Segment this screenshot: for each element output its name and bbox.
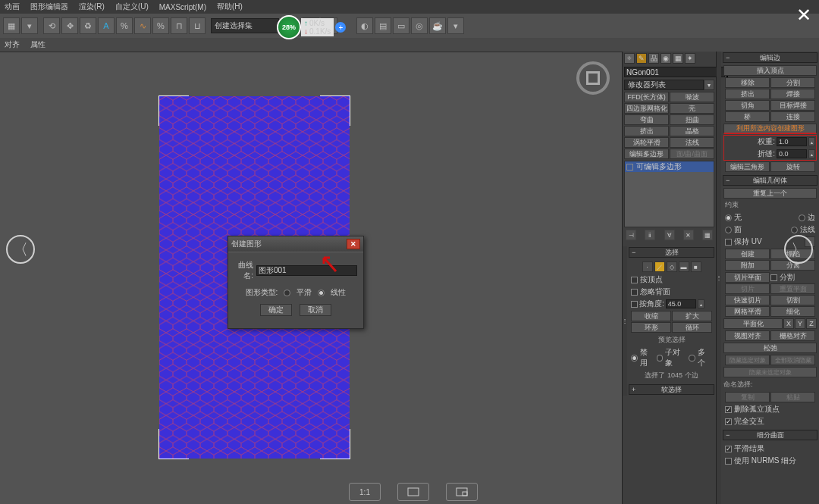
tb-angle-icon[interactable]: A — [98, 17, 115, 34]
mod-twist[interactable]: 扭曲 — [670, 114, 714, 125]
tb-renderframe-icon[interactable]: ◎ — [411, 17, 428, 34]
radio-preview-disable[interactable] — [631, 355, 638, 362]
btn-ring[interactable]: 环形 — [631, 322, 671, 333]
mod-lattice[interactable]: 晶格 — [670, 126, 714, 136]
btn-extrude[interactable]: 挤出 — [725, 89, 770, 99]
stack-show-icon[interactable]: ⅱ — [645, 230, 655, 240]
btn-create[interactable]: 创建 — [725, 249, 770, 259]
btn-create-shape-from-selection[interactable]: 利用所选内容创建图形 — [723, 124, 817, 134]
mod-noise[interactable]: 噪波 — [670, 92, 714, 102]
btn-planar-x[interactable]: X — [783, 318, 794, 329]
btn-tessellate[interactable]: 细化 — [770, 306, 815, 317]
tab-create-icon[interactable]: ✧ — [624, 53, 635, 64]
carousel-prev-button[interactable]: 〈 — [6, 235, 35, 264]
btn-remove[interactable]: 移除 — [725, 77, 770, 88]
tab-modify-icon[interactable]: ✎ — [636, 53, 647, 64]
mod-shell[interactable]: 壳 — [670, 103, 714, 114]
sub-properties[interactable]: 属性 — [30, 39, 46, 50]
tb-percent2-icon[interactable]: % — [152, 17, 169, 34]
btn-paste-named[interactable]: 粘贴 — [770, 392, 815, 402]
btn-quickslice[interactable]: 快速切片 — [725, 295, 770, 305]
rollout-selection[interactable]: 选择 — [629, 247, 714, 258]
radio-smooth[interactable] — [284, 290, 290, 296]
tb-rotate-icon[interactable]: ♻ — [80, 17, 96, 34]
btn-weld[interactable]: 焊接 — [770, 89, 815, 99]
tb-material-icon[interactable]: ◐ — [356, 17, 373, 34]
so-edge-icon[interactable]: ／ — [654, 261, 665, 272]
vp-btn2[interactable] — [397, 483, 429, 501]
mod-bend[interactable]: 弯曲 — [624, 114, 669, 125]
radio-linear[interactable] — [318, 290, 325, 296]
chk-use-nurms[interactable] — [725, 458, 732, 465]
tb-move-icon[interactable]: ✥ — [61, 17, 78, 34]
tb-curve-icon[interactable]: ∿ — [134, 17, 151, 34]
btn-hide-unselected[interactable]: 隐藏未选定对象 — [723, 367, 817, 377]
btn-shrink[interactable]: 收缩 — [631, 311, 671, 321]
carousel-next-button[interactable]: 〉 — [784, 235, 813, 264]
mod-ffd[interactable]: FFD(长方体) — [624, 92, 669, 102]
spinner-icon[interactable]: ▴ — [808, 137, 815, 146]
sub-align[interactable]: 对齐 — [5, 39, 20, 50]
btn-loop[interactable]: 循环 — [672, 322, 712, 333]
btn-connect[interactable]: 连接 — [770, 111, 815, 122]
tb-percent-icon[interactable]: % — [116, 17, 133, 34]
weight-input[interactable]: 1.0 — [777, 137, 807, 146]
menu-grapheditor[interactable]: 图形编辑器 — [30, 2, 68, 12]
menu-customize[interactable]: 自定义(U) — [115, 2, 149, 12]
btn-planar-y[interactable]: Y — [795, 318, 805, 329]
speed-add-icon[interactable]: + — [335, 22, 346, 33]
chk-smooth-result[interactable] — [725, 446, 732, 452]
btn-slice[interactable]: 切片 — [725, 283, 770, 294]
tab-display-icon[interactable]: ▦ — [673, 53, 683, 64]
rollout-edit-edges[interactable]: 编辑边 — [723, 52, 817, 63]
dlg-name-input[interactable] — [256, 265, 357, 276]
tb-link-icon[interactable]: ⟲ — [43, 17, 60, 34]
chk-delete-iso[interactable] — [725, 406, 732, 413]
menu-maxscript[interactable]: MAXScript(M) — [159, 3, 206, 11]
crease-input[interactable]: 0.0 — [777, 149, 807, 158]
btn-chamfer[interactable]: 切角 — [725, 100, 770, 111]
stack-item-editable-poly[interactable]: 可编辑多边形 — [625, 161, 714, 172]
spinner-icon[interactable]: ▴ — [808, 149, 815, 158]
tb-snap-icon[interactable]: ⊔ — [189, 17, 206, 34]
tab-hierarchy-icon[interactable]: 品 — [648, 53, 659, 64]
chk-ignore-backfacing[interactable] — [631, 289, 638, 296]
rollout-subdiv-surface[interactable]: 细分曲面 — [723, 430, 817, 440]
btn-copy-named[interactable]: 复制 — [725, 392, 770, 402]
chk-by-vertex[interactable] — [631, 277, 638, 283]
menu-render[interactable]: 渲染(R) — [79, 2, 105, 12]
so-poly-icon[interactable]: ▬ — [679, 261, 689, 272]
modifier-list-dropdown[interactable]: 修改器列表 — [624, 80, 704, 90]
btn-reset-plane[interactable]: 重置平面 — [770, 283, 815, 294]
tb-down-icon[interactable]: ▾ — [21, 17, 38, 34]
tab-utilities-icon[interactable]: ✦ — [685, 53, 695, 64]
btn-split[interactable]: 分割 — [770, 77, 815, 88]
stack-pin-icon[interactable]: ⊣ — [626, 230, 636, 240]
chk-preserve-uv[interactable] — [725, 239, 732, 246]
radio-constrain-edge[interactable] — [799, 214, 805, 221]
vp-btn3[interactable] — [446, 483, 478, 501]
stack-expand-icon[interactable] — [626, 164, 633, 171]
radio-constrain-none[interactable] — [725, 214, 732, 221]
selection-set-dropdown[interactable]: 创建选择集 — [211, 18, 279, 33]
menu-anim[interactable]: 动画 — [5, 2, 20, 12]
btn-attach[interactable]: 附加 — [725, 260, 770, 271]
radio-preview-subobj[interactable] — [657, 355, 664, 362]
btn-msmooth[interactable]: 网格平滑 — [725, 306, 770, 317]
spinner-icon[interactable]: ▴ — [698, 299, 704, 308]
chk-full-interactivity[interactable] — [725, 418, 732, 425]
btn-make-planar[interactable]: 平面化 — [723, 318, 783, 329]
mod-facecurve[interactable]: 面/曲/曲面 — [670, 149, 714, 159]
btn-relax[interactable]: 松弛 — [723, 343, 817, 353]
mod-quadrify[interactable]: 四边形网格化 — [624, 103, 669, 114]
dropdown-arrow-icon[interactable]: ▼ — [704, 80, 714, 90]
viewport[interactable]: 创建图形 ✕ 曲线名: 图形类型: 平滑 线性 确定 取消 — [0, 52, 622, 504]
tab-motion-icon[interactable]: ◉ — [661, 53, 671, 64]
tb-layer-icon[interactable]: ▤ — [375, 17, 391, 34]
zoom-1to1-button[interactable]: 1:1 — [349, 483, 381, 501]
by-angle-value[interactable]: 45.0 — [666, 299, 696, 308]
rollout-edit-geometry[interactable]: 编辑几何体 — [723, 175, 817, 186]
menu-help[interactable]: 帮助(H) — [217, 2, 243, 12]
btn-bridge[interactable]: 桥 — [725, 111, 770, 122]
stack-make-unique-icon[interactable]: ▦ — [702, 230, 713, 240]
